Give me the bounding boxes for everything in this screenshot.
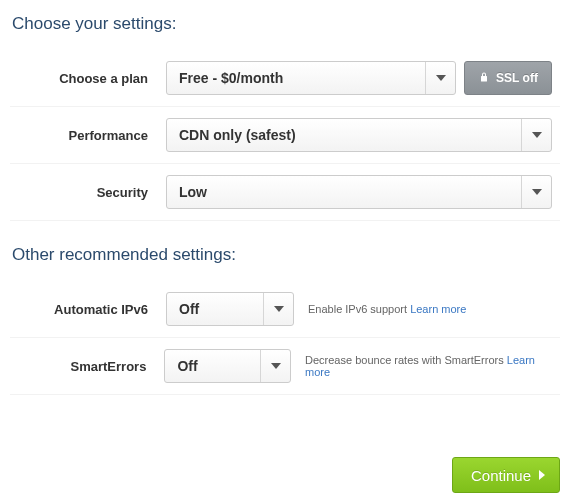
help-ipv6: Enable IPv6 support Learn more: [308, 303, 466, 315]
lock-icon: [478, 71, 490, 86]
select-ipv6-value: Off: [179, 301, 263, 317]
chevron-down-icon: [521, 119, 551, 151]
select-performance-value: CDN only (safest): [179, 127, 521, 143]
label-performance: Performance: [10, 128, 166, 143]
label-smarterrors: SmartErrors: [10, 359, 164, 374]
chevron-down-icon: [425, 62, 455, 94]
label-plan: Choose a plan: [10, 71, 166, 86]
row-plan: Choose a plan Free - $0/month SSL off: [10, 50, 560, 107]
label-ipv6: Automatic IPv6: [10, 302, 166, 317]
row-security: Security Low: [10, 164, 560, 221]
select-smarterrors[interactable]: Off: [164, 349, 291, 383]
select-plan-value: Free - $0/month: [179, 70, 425, 86]
continue-button[interactable]: Continue: [452, 457, 560, 493]
chevron-right-icon: [539, 470, 545, 480]
row-ipv6: Automatic IPv6 Off Enable IPv6 support L…: [10, 281, 560, 338]
help-smarterrors: Decrease bounce rates with SmartErrors L…: [305, 354, 560, 378]
row-smarterrors: SmartErrors Off Decrease bounce rates wi…: [10, 338, 560, 395]
heading-choose-settings: Choose your settings:: [12, 14, 560, 34]
chevron-down-icon: [260, 350, 290, 382]
select-plan[interactable]: Free - $0/month: [166, 61, 456, 95]
select-ipv6[interactable]: Off: [166, 292, 294, 326]
ssl-button[interactable]: SSL off: [464, 61, 552, 95]
select-smarterrors-value: Off: [177, 358, 260, 374]
chevron-down-icon: [521, 176, 551, 208]
link-ipv6-learn-more[interactable]: Learn more: [410, 303, 466, 315]
heading-other-settings: Other recommended settings:: [12, 245, 560, 265]
ssl-button-label: SSL off: [496, 71, 538, 85]
select-security-value: Low: [179, 184, 521, 200]
chevron-down-icon: [263, 293, 293, 325]
row-performance: Performance CDN only (safest): [10, 107, 560, 164]
select-performance[interactable]: CDN only (safest): [166, 118, 552, 152]
select-security[interactable]: Low: [166, 175, 552, 209]
label-security: Security: [10, 185, 166, 200]
continue-button-label: Continue: [471, 467, 531, 484]
